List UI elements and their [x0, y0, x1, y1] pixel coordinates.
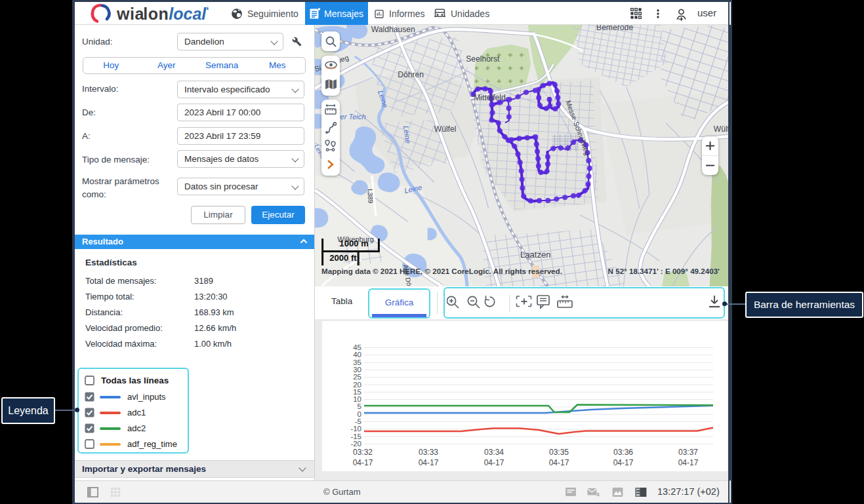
svg-text:45: 45	[353, 343, 361, 351]
svg-text:Mapping data © 2021 HERE, © 20: Mapping data © 2021 HERE, © 2021 CoreLog…	[321, 267, 562, 275]
svg-text:2000 ft: 2000 ft	[329, 253, 357, 263]
svg-text:03:36: 03:36	[613, 448, 633, 457]
svg-text:03:35: 03:35	[549, 448, 569, 457]
svg-text:Döhren: Döhren	[398, 70, 424, 79]
svg-text:L389: L389	[367, 189, 375, 204]
svg-text:04-17: 04-17	[549, 458, 569, 467]
svg-text:15: 15	[353, 388, 361, 396]
svg-text:-15: -15	[350, 433, 361, 440]
svg-text:10: 10	[353, 395, 361, 403]
svg-text:25: 25	[353, 373, 361, 381]
svg-text:Wülfel: Wülfel	[434, 125, 457, 134]
svg-text:04-17: 04-17	[484, 458, 504, 467]
svg-text:04-17: 04-17	[613, 458, 634, 467]
svg-text:Wülfer: Wülfer	[714, 125, 730, 134]
svg-text:30: 30	[353, 366, 361, 374]
svg-text:40: 40	[353, 351, 361, 359]
svg-text:5: 5	[358, 402, 361, 410]
svg-text:-10: -10	[350, 425, 361, 433]
svg-text:N 52° 18.3471' : E 009° 49.240: N 52° 18.3471' : E 009° 49.2403'	[608, 267, 720, 275]
svg-text:-20: -20	[350, 440, 361, 448]
svg-text:Bemerode: Bemerode	[596, 25, 633, 32]
svg-text:03:32: 03:32	[353, 448, 373, 457]
svg-text:Mittelfeld: Mittelfeld	[474, 93, 505, 102]
svg-text:Laatzen: Laatzen	[520, 250, 551, 260]
svg-text:Seelhorst: Seelhorst	[466, 54, 500, 64]
svg-text:04-17: 04-17	[678, 458, 699, 467]
svg-text:03:33: 03:33	[419, 448, 438, 457]
svg-text:03:37: 03:37	[678, 448, 698, 457]
svg-text:04-17: 04-17	[353, 458, 373, 467]
svg-text:04-17: 04-17	[419, 458, 439, 467]
svg-text:20: 20	[353, 381, 361, 389]
svg-text:-5: -5	[355, 417, 361, 425]
svg-text:0: 0	[358, 410, 361, 418]
svg-text:Waldhausen: Waldhausen	[371, 25, 415, 34]
svg-text:35: 35	[353, 359, 361, 366]
svg-text:1000 m: 1000 m	[339, 239, 368, 249]
svg-text:03:34: 03:34	[484, 448, 504, 457]
